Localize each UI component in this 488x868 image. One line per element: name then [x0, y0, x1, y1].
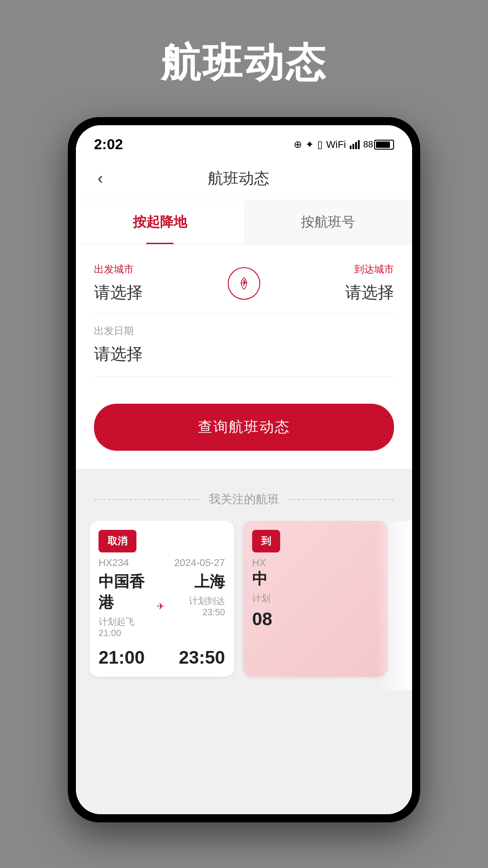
tabs-container: 按起降地 按航班号 [76, 200, 412, 245]
planned-depart-1: 计划 [252, 592, 379, 604]
nfc-icon: ⊕ [294, 139, 302, 151]
status-badge-1: 到 [252, 530, 280, 552]
status-badge-0: 取消 [99, 530, 136, 552]
flight-cards-wrapper: 取消 HX234 2024-05-27 中国香港 [76, 521, 412, 690]
svg-text:✈: ✈ [240, 278, 248, 288]
nav-bar: ‹ 航班动态 [76, 157, 412, 200]
departure-value: 请选择 [94, 282, 224, 304]
content-area: 按起降地 按航班号 出发城市 请选择 [76, 200, 412, 814]
departure-label: 出发城市 [94, 263, 224, 276]
arrival-city-0: 上海 [157, 571, 225, 592]
tab-by-number[interactable]: 按航班号 [244, 200, 412, 244]
arrival-value: 请选择 [264, 282, 394, 304]
search-btn-container: 查询航班动态 [76, 390, 412, 469]
search-button[interactable]: 查询航班动态 [94, 404, 394, 451]
phone-screen: 2:02 ⊕ ✦ ▯ WiFi 88 [76, 125, 412, 814]
search-form: 出发城市 请选择 [76, 245, 412, 390]
volume-icon: ▯ [317, 139, 323, 151]
departure-city-0: 中国香港 [99, 571, 157, 613]
signal-icon [350, 140, 360, 149]
date-selector[interactable]: 出发日期 请选择 [94, 313, 394, 377]
search-card: 按起降地 按航班号 出发城市 请选择 [76, 200, 412, 469]
background-title: 航班动态 [161, 36, 327, 90]
city-selector-row: 出发城市 请选择 [94, 258, 394, 313]
flight-cards-container: 取消 HX234 2024-05-27 中国香港 [76, 521, 412, 690]
flight-card-0[interactable]: 取消 HX234 2024-05-27 中国香港 [89, 521, 234, 677]
back-button[interactable]: ‹ [94, 165, 107, 192]
followed-title: 我关注的航班 [209, 491, 279, 507]
arrive-time-0: 23:50 [179, 647, 225, 668]
planned-depart-0: 计划起飞 21:00 [99, 616, 157, 638]
departure-city-selector[interactable]: 出发城市 请选择 [94, 263, 224, 304]
right-divider [288, 499, 394, 500]
flight-number-1: HX [252, 557, 266, 568]
plane-icon-0: ✈ [157, 601, 164, 612]
flight-date-0: 2024-05-27 [174, 557, 225, 569]
followed-flights-section: 我关注的航班 取消 HX234 [76, 478, 412, 690]
date-value: 请选择 [94, 343, 394, 365]
phone-frame: 2:02 ⊕ ✦ ▯ WiFi 88 [68, 117, 420, 822]
left-divider [94, 499, 200, 500]
plane-swap-icon: ✈ [236, 275, 252, 292]
swap-button[interactable]: ✈ [224, 263, 264, 304]
followed-header: 我关注的航班 [76, 478, 412, 521]
depart-time-0: 21:00 [99, 647, 145, 668]
departure-city-1: 中 [252, 569, 379, 590]
bluetooth-icon: ✦ [305, 139, 314, 151]
arrival-city-selector[interactable]: 到达城市 请选择 [264, 263, 394, 304]
status-icons: ⊕ ✦ ▯ WiFi 88 [294, 139, 394, 151]
date-label: 出发日期 [94, 324, 394, 338]
battery-label: 88 [363, 139, 373, 150]
wifi-icon: WiFi [326, 139, 346, 151]
flight-card-1[interactable]: 到 HX 中 计划 08 [243, 521, 388, 677]
planned-arrive-0: 计划到达 23:50 [167, 595, 225, 618]
nav-title: 航班动态 [107, 168, 371, 189]
status-time: 2:02 [94, 136, 123, 153]
page-background-title-area: 航班动态 [0, 0, 488, 117]
tab-by-route[interactable]: 按起降地 [76, 200, 244, 244]
battery-icon: 88 [363, 139, 394, 150]
status-bar: 2:02 ⊕ ✦ ▯ WiFi 88 [76, 125, 412, 157]
arrival-label: 到达城市 [264, 263, 394, 276]
depart-time-1: 08 [252, 609, 272, 629]
flight-number-0: HX234 [99, 557, 129, 569]
